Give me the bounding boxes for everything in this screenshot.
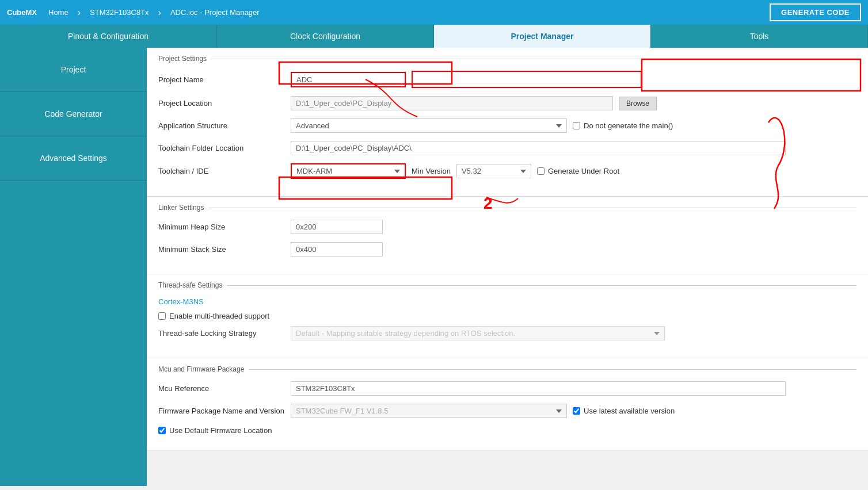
min-version-select[interactable]: V5.32 V5.27 (456, 164, 531, 178)
mcu-firmware-section: Mcu and Firmware Package Mcu Reference F… (147, 358, 868, 450)
mcu-firmware-title: Mcu and Firmware Package (158, 365, 856, 373)
min-version-label: Min Version (412, 167, 451, 175)
project-name-label: Project Name (158, 75, 285, 84)
tab-tools[interactable]: Tools (651, 25, 868, 48)
firmware-pkg-label: Firmware Package Name and Version (158, 407, 285, 415)
project-location-label: Project Location (158, 99, 285, 108)
min-heap-row: Minimum Heap Size (158, 220, 856, 234)
toolchain-ide-row: Toolchain / IDE MDK-ARM IAR GCC Min Vers… (158, 163, 856, 179)
no-main-checkbox[interactable] (573, 122, 580, 129)
sidebar-item-code-generator[interactable]: Code Generator (0, 92, 147, 136)
sidebar: Project Code Generator Advanced Settings (0, 48, 147, 486)
tab-project-manager[interactable]: Project Manager (434, 25, 651, 48)
locking-strategy-select[interactable]: Default - Mapping suitable strategy depe… (291, 326, 665, 340)
thread-safe-section: Thread-safe Settings Cortex-M3NS Enable … (147, 274, 868, 358)
no-main-checkbox-row: Do not generate the main() (573, 121, 673, 130)
project-location-input[interactable] (291, 96, 613, 110)
use-default-fw-row: Use Default Firmware Location (158, 426, 856, 435)
use-default-fw-label: Use Default Firmware Location (169, 426, 272, 435)
use-latest-checkbox[interactable] (573, 407, 580, 415)
breadcrumb-sep-1: › (75, 7, 83, 18)
tab-bar: Pinout & Configuration Clock Configurati… (0, 25, 868, 48)
browse-button[interactable]: Browse (619, 97, 657, 110)
breadcrumb-sep-2: › (156, 7, 163, 18)
min-stack-input[interactable] (291, 242, 383, 257)
app-structure-label: Application Structure (158, 121, 285, 130)
tab-pinout[interactable]: Pinout & Configuration (0, 25, 217, 48)
breadcrumb-home[interactable]: Home (41, 6, 75, 19)
generate-under-root-checkbox[interactable] (537, 167, 545, 175)
project-name-input[interactable] (291, 72, 406, 87)
min-stack-row: Minimum Stack Size (158, 242, 856, 257)
sidebar-item-project[interactable]: Project (0, 48, 147, 92)
generate-under-root-label: Generate Under Root (548, 167, 619, 175)
project-settings-section: Project Settings Project Name Project Lo… (147, 48, 868, 197)
project-settings-title: Project Settings (158, 55, 856, 63)
brand-logo: CubeMX (7, 8, 37, 17)
toolchain-folder-row: Toolchain Folder Location (158, 141, 856, 155)
mcu-ref-label: Mcu Reference (158, 384, 285, 393)
toolchain-folder-label: Toolchain Folder Location (158, 144, 285, 152)
use-latest-label: Use latest available version (584, 407, 675, 415)
toolchain-folder-input[interactable] (291, 141, 786, 155)
firmware-pkg-select[interactable]: STM32Cube FW_F1 V1.8.5 (291, 404, 567, 418)
breadcrumb-mcu[interactable]: STM32F103C8Tx (83, 6, 156, 19)
breadcrumb: Home › STM32F103C8Tx › ADC.ioc - Project… (41, 6, 267, 19)
main-layout: Project Code Generator Advanced Settings… (0, 48, 868, 486)
project-name-row: Project Name (158, 71, 856, 88)
use-default-fw-checkbox[interactable] (158, 427, 166, 434)
locking-strategy-row: Thread-safe Locking Strategy Default - M… (158, 326, 856, 340)
min-stack-label: Minimum Stack Size (158, 245, 285, 254)
sidebar-item-advanced-settings[interactable]: Advanced Settings (0, 136, 147, 181)
generate-under-root-row: Generate Under Root (537, 167, 619, 175)
use-latest-row: Use latest available version (573, 407, 675, 415)
mcu-ref-input[interactable] (291, 381, 786, 396)
content-wrapper: 2 Project Settings Project Name Project … (147, 48, 868, 486)
linker-settings-section: Linker Settings Minimum Heap Size Minimu… (147, 197, 868, 274)
top-bar: CubeMX Home › STM32F103C8Tx › ADC.ioc - … (0, 0, 868, 25)
enable-multithread-label: Enable multi-threaded support (169, 312, 269, 320)
min-version-group: Min Version V5.32 V5.27 Generate Under R… (412, 164, 619, 178)
no-main-label: Do not generate the main() (584, 121, 673, 130)
toolchain-ide-select[interactable]: MDK-ARM IAR GCC (291, 163, 406, 179)
breadcrumb-project[interactable]: ADC.ioc - Project Manager (163, 6, 267, 19)
mcu-ref-row: Mcu Reference (158, 381, 856, 396)
cortex-label: Cortex-M3NS (158, 297, 856, 306)
min-heap-input[interactable] (291, 220, 383, 234)
toolchain-ide-label: Toolchain / IDE (158, 167, 285, 175)
app-structure-select[interactable]: Advanced Basic (291, 118, 567, 133)
min-heap-label: Minimum Heap Size (158, 223, 285, 231)
content-area: Project Settings Project Name Project Lo… (147, 48, 868, 450)
thread-safe-title: Thread-safe Settings (158, 281, 856, 289)
tab-clock[interactable]: Clock Configuration (217, 25, 434, 48)
enable-multithread-row: Enable multi-threaded support (158, 312, 856, 320)
app-structure-row: Application Structure Advanced Basic Do … (158, 118, 856, 133)
project-location-row: Project Location Browse (158, 96, 856, 110)
linker-settings-title: Linker Settings (158, 204, 856, 212)
generate-code-button[interactable]: GENERATE CODE (770, 3, 861, 21)
enable-multithread-checkbox[interactable] (158, 312, 166, 320)
locking-strategy-label: Thread-safe Locking Strategy (158, 329, 285, 338)
firmware-pkg-row: Firmware Package Name and Version STM32C… (158, 404, 856, 418)
